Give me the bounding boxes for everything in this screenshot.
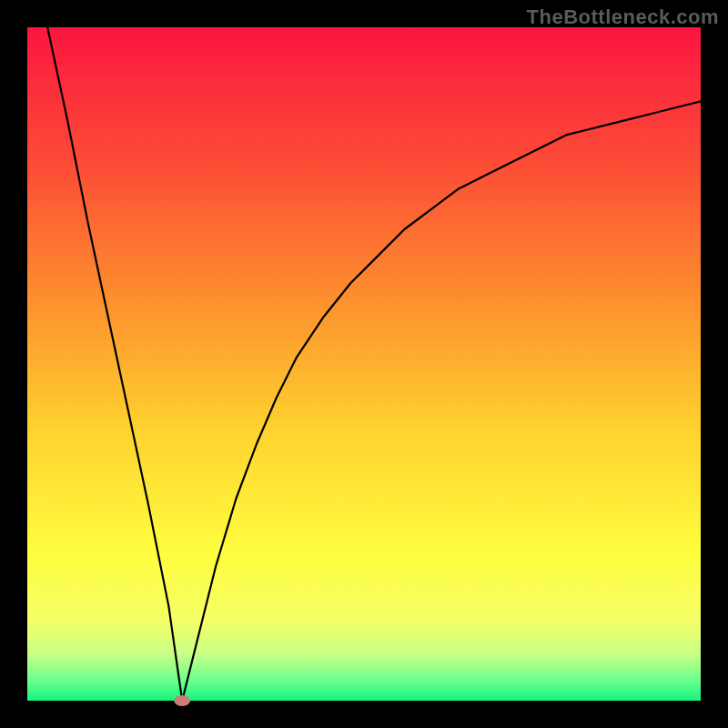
plot-background	[27, 27, 701, 701]
chart-container: TheBottleneck.com	[0, 0, 728, 728]
watermark-text: TheBottleneck.com	[527, 5, 719, 29]
chart-svg	[0, 0, 728, 728]
dip-marker	[174, 695, 190, 706]
